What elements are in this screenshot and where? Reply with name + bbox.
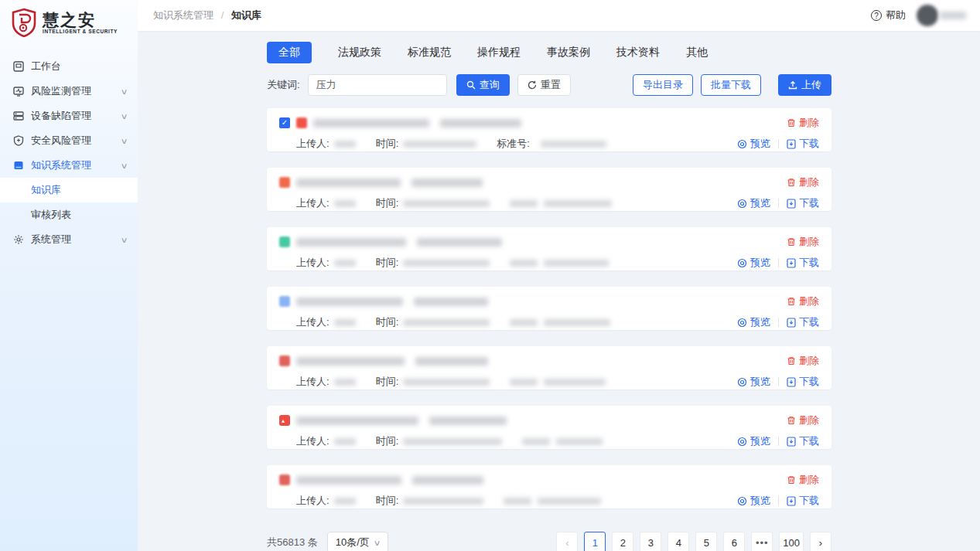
reset-button[interactable]: 重置 bbox=[517, 74, 571, 96]
download-button[interactable]: 下载 bbox=[787, 434, 819, 448]
page-size-select[interactable]: 10条/页 ∨ bbox=[327, 532, 388, 551]
file-type-icon: ▴ bbox=[279, 415, 290, 426]
shield-logo-icon bbox=[11, 8, 37, 37]
help-icon: ? bbox=[871, 10, 882, 21]
delete-button[interactable]: 删除 bbox=[787, 235, 819, 249]
sidebar-item-label: 设备缺陷管理 bbox=[31, 109, 121, 123]
download-button[interactable]: 下载 bbox=[787, 196, 819, 210]
breadcrumb: 知识系统管理 / 知识库 bbox=[153, 9, 261, 22]
uploader-value-redacted bbox=[334, 498, 356, 505]
preview-button[interactable]: 预览 bbox=[737, 375, 770, 389]
sidebar-subitem-audit-list[interactable]: 审核列表 bbox=[0, 202, 138, 227]
knowledge-list-item: 删除 上传人: 时间: 预览 下载 bbox=[267, 465, 831, 508]
tab-2[interactable]: 法规政策 bbox=[338, 46, 381, 60]
page-button-1[interactable]: 1 bbox=[584, 532, 606, 551]
delete-button[interactable]: 删除 bbox=[787, 473, 819, 487]
trash-icon bbox=[787, 237, 796, 247]
help-label: 帮助 bbox=[886, 9, 906, 22]
sidebar-item-risk-monitor[interactable]: 风险监测管理 ∨ bbox=[0, 79, 138, 104]
page-button-3[interactable]: 3 bbox=[640, 532, 661, 551]
preview-button[interactable]: 预览 bbox=[737, 137, 770, 151]
download-button[interactable]: 下载 bbox=[787, 137, 819, 151]
uploader-value-redacted bbox=[334, 200, 356, 207]
time-label: 时间: bbox=[376, 256, 399, 270]
delete-button[interactable]: 删除 bbox=[787, 116, 819, 130]
download-button[interactable]: 下载 bbox=[787, 256, 819, 270]
sidebar-item-device-defect[interactable]: 设备缺陷管理 ∨ bbox=[0, 104, 138, 128]
system-icon bbox=[12, 234, 24, 246]
chevron-down-icon: ∨ bbox=[373, 539, 381, 547]
page-button-5[interactable]: 5 bbox=[695, 532, 717, 551]
item-title-redacted bbox=[415, 357, 488, 366]
keyword-input[interactable] bbox=[308, 74, 447, 96]
page-button-2[interactable]: 2 bbox=[612, 532, 633, 551]
sidebar-item-safety-risk[interactable]: 安全风险管理 ∨ bbox=[0, 128, 138, 153]
sidebar-item-system-management[interactable]: 系统管理 ∨ bbox=[0, 227, 138, 252]
chevron-down-icon: ∨ bbox=[120, 236, 128, 244]
file-type-icon bbox=[296, 117, 307, 128]
knowledge-list-item: ▴ 删除 上传人: 时间: 预览 bbox=[267, 406, 831, 449]
tab-4[interactable]: 操作规程 bbox=[477, 46, 521, 60]
preview-button[interactable]: 预览 bbox=[737, 256, 770, 270]
upload-button[interactable]: 上传 bbox=[778, 74, 831, 96]
delete-button[interactable]: 删除 bbox=[787, 175, 819, 189]
more-pages-button[interactable]: ••• bbox=[751, 532, 773, 551]
batch-download-button[interactable]: 批量下载 bbox=[701, 74, 761, 96]
download-button[interactable]: 下载 bbox=[787, 315, 819, 329]
delete-button[interactable]: 删除 bbox=[787, 294, 819, 308]
preview-icon bbox=[737, 318, 747, 328]
sidebar-item-workbench[interactable]: 工作台 bbox=[0, 54, 138, 79]
download-button[interactable]: 下载 bbox=[787, 494, 819, 508]
prev-page-button: ‹ bbox=[556, 532, 578, 551]
total-count: 共56813 条 bbox=[267, 536, 318, 549]
download-button[interactable]: 下载 bbox=[787, 375, 819, 389]
file-type-icon bbox=[279, 177, 290, 188]
uploader-label: 上传人: bbox=[296, 196, 330, 210]
download-icon bbox=[787, 318, 796, 328]
time-label: 时间: bbox=[376, 434, 399, 448]
page-button-6[interactable]: 6 bbox=[723, 532, 745, 551]
file-type-icon bbox=[279, 474, 290, 485]
item-title-redacted bbox=[296, 417, 418, 425]
tab-3[interactable]: 标准规范 bbox=[408, 46, 451, 60]
standard-no-label-redacted bbox=[522, 438, 550, 445]
next-page-button[interactable]: › bbox=[810, 532, 831, 551]
sidebar-subitem-knowledge-base[interactable]: 知识库 bbox=[0, 178, 138, 202]
delete-button[interactable]: 删除 bbox=[787, 413, 819, 427]
tab-5[interactable]: 事故案例 bbox=[547, 46, 590, 60]
tab-7[interactable]: 其他 bbox=[686, 46, 708, 60]
sidebar-item-label: 风险监测管理 bbox=[31, 84, 121, 98]
uploader-label: 上传人: bbox=[296, 375, 330, 389]
query-button[interactable]: 查询 bbox=[456, 74, 510, 96]
divider bbox=[778, 139, 779, 148]
delete-button[interactable]: 删除 bbox=[787, 354, 819, 368]
preview-button[interactable]: 预览 bbox=[737, 315, 770, 329]
item-title-redacted bbox=[414, 298, 488, 306]
sidebar-item-knowledge-system[interactable]: 知识系统管理 ∨ bbox=[0, 153, 138, 178]
preview-button[interactable]: 预览 bbox=[737, 494, 770, 508]
download-icon bbox=[787, 258, 796, 268]
breadcrumb-root[interactable]: 知识系统管理 bbox=[153, 9, 213, 21]
standard-no-label-redacted bbox=[504, 498, 531, 505]
divider bbox=[778, 377, 779, 386]
uploader-label: 上传人: bbox=[296, 434, 330, 448]
tab-6[interactable]: 技术资料 bbox=[616, 46, 660, 60]
tab-1[interactable]: 全部 bbox=[267, 42, 312, 63]
item-title-redacted bbox=[417, 238, 502, 247]
standard-no-label-redacted bbox=[510, 319, 538, 326]
avatar[interactable] bbox=[917, 5, 938, 26]
preview-button[interactable]: 预览 bbox=[737, 434, 770, 448]
help-button[interactable]: ? 帮助 bbox=[871, 9, 906, 22]
preview-icon bbox=[737, 199, 747, 209]
sidebar-item-label: 安全风险管理 bbox=[31, 134, 121, 148]
page-button-4[interactable]: 4 bbox=[668, 532, 689, 551]
uploader-value-redacted bbox=[334, 438, 356, 445]
time-label: 时间: bbox=[376, 494, 399, 508]
uploader-value-redacted bbox=[334, 141, 356, 148]
item-title-redacted bbox=[313, 119, 429, 128]
export-catalog-button[interactable]: 导出目录 bbox=[633, 74, 693, 96]
page-button-100[interactable]: 100 bbox=[779, 532, 804, 551]
preview-button[interactable]: 预览 bbox=[737, 196, 770, 210]
time-value-redacted bbox=[403, 260, 490, 267]
item-checkbox[interactable]: ✓ bbox=[279, 117, 290, 128]
